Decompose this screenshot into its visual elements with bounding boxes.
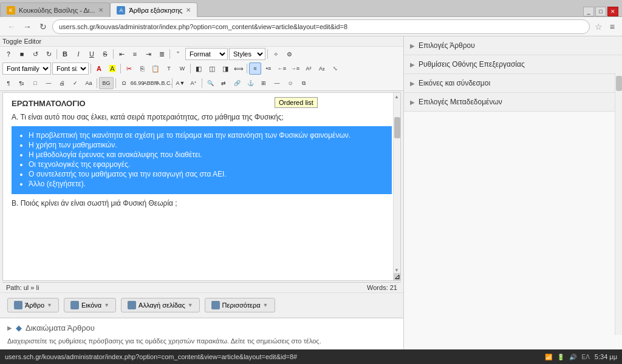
network-icon: 📶 <box>545 354 552 360</box>
section-3-title: Εικόνες και σύνδεσμοι <box>419 79 490 87</box>
font-size-select[interactable]: Font size <box>52 62 89 75</box>
hr-btn[interactable]: — <box>43 77 55 89</box>
image-btn[interactable]: Εικόνα ▼ <box>64 298 116 312</box>
anchor-btn[interactable]: ⚓ <box>244 77 256 89</box>
toggle-editor-bar[interactable]: Toggle Editor <box>0 36 403 47</box>
section-4-arrow-icon: ▶ <box>410 99 415 106</box>
highlight-color-btn[interactable]: A <box>106 62 118 75</box>
image-btn-label: Εικόνα <box>81 302 101 309</box>
bottom-buttons: Άρθρο ▼ Εικόνα ▼ Αλλαγή σελίδας ▼ Περισσ… <box>0 292 403 317</box>
bgcolor-btn[interactable]: BG <box>99 77 114 89</box>
insert-img-btn[interactable]: A⁺ <box>188 77 200 89</box>
more-btn[interactable]: Περισσότερα ▼ <box>205 298 275 312</box>
question-a: Α. Τι είναι αυτό που σας έλκει, κατά σει… <box>12 113 392 121</box>
paste-word-btn[interactable]: W <box>176 62 188 75</box>
rights-header[interactable]: ▶ ◆ Δικαιώματα Άρθρου <box>7 323 396 332</box>
restore-btn[interactable]: □ <box>595 7 606 16</box>
tab-2[interactable]: A Άρθρα εξάσκησης ✕ <box>110 2 197 17</box>
table-btn[interactable]: ⊞ <box>258 77 270 89</box>
paste-text-btn[interactable]: T <box>163 62 175 75</box>
spell-btn[interactable]: ✓ <box>69 77 81 89</box>
tab-1[interactable]: K Κουκούδης Βασίλης - Δι... ✕ <box>0 2 110 17</box>
source-btn[interactable]: ⚙ <box>283 48 295 60</box>
address-bar[interactable] <box>52 19 590 34</box>
bookmark-icon[interactable]: ☆ <box>592 22 605 32</box>
resize-btn[interactable]: ⤡ <box>329 62 341 75</box>
undo-btn[interactable]: ↺ <box>29 48 41 60</box>
align-left2-btn[interactable]: ◧ <box>193 62 205 75</box>
align-left-btn[interactable]: ⇤ <box>115 48 128 60</box>
align-center2-btn[interactable]: ◫ <box>206 62 218 75</box>
superscript-btn[interactable]: A² <box>302 62 315 75</box>
underline-btn[interactable]: U <box>86 48 98 60</box>
nonbreaking-btn[interactable]: ¶ <box>2 77 15 89</box>
insert-special-btn[interactable]: Ω <box>118 77 130 89</box>
page-break-btn[interactable]: Αλλαγή σελίδας ▼ <box>121 298 200 312</box>
link-btn[interactable]: 🔗 <box>231 77 243 89</box>
right-sidebar: ▶ Επιλογές Άρθρου ▶ Ρυθμίσεις Οθόνης Επε… <box>403 36 622 349</box>
editor-scrollbar[interactable]: ▼ ▲ ⊿ <box>393 93 400 280</box>
cleanup-btn[interactable]: ✧ <box>270 48 282 60</box>
layers-btn[interactable]: ⧉ <box>298 77 310 89</box>
refresh-btn[interactable]: ↻ <box>36 20 50 33</box>
print-btn[interactable]: 🖨 <box>56 77 68 89</box>
copy-btn[interactable]: ⎘ <box>136 62 148 75</box>
font-family-select[interactable]: Font family <box>2 62 51 75</box>
sidebar-section-header-2[interactable]: ▶ Ρυθμίσεις Οθόνης Επεξεργασίας <box>404 55 622 73</box>
tab-2-close[interactable]: ✕ <box>186 7 191 13</box>
acronym-btn[interactable]: A.B.C. <box>158 77 170 89</box>
align-justify-btn[interactable]: ≣ <box>156 48 168 60</box>
styles-select[interactable]: Styles <box>229 48 265 60</box>
font-color-btn[interactable]: A <box>93 62 105 75</box>
align-right2-btn[interactable]: ◨ <box>219 62 231 75</box>
outdent-btn[interactable]: ←≡ <box>276 62 288 75</box>
insert-a-btn[interactable]: A▼ <box>174 77 186 89</box>
resize-handle[interactable]: ⊿ <box>394 273 401 280</box>
page-break-icon <box>128 301 136 309</box>
paragraph-btn[interactable]: ¶₂ <box>16 77 28 89</box>
indent-btn[interactable]: →≡ <box>289 62 301 75</box>
paste-btn[interactable]: 📋 <box>149 62 162 75</box>
scroll-up-icon[interactable]: ▲ <box>394 94 399 99</box>
align-center-btn[interactable]: ≡ <box>129 48 141 60</box>
full-width-btn[interactable]: ⟺ <box>233 62 245 75</box>
case-btn[interactable]: Aa <box>83 77 95 89</box>
emotion-btn[interactable]: ☺ <box>284 77 296 89</box>
forward-btn[interactable]: → <box>21 20 34 33</box>
path-label: Path: ul » li <box>6 284 39 291</box>
image-icon <box>70 301 79 309</box>
strikethrough-btn[interactable]: S <box>99 48 111 60</box>
italic-btn[interactable]: I <box>72 48 84 60</box>
close-btn[interactable]: ✕ <box>607 7 618 16</box>
sidebar-section-header-3[interactable]: ▶ Εικόνες και σύνδεσμοι <box>404 74 622 92</box>
box-btn[interactable]: □ <box>29 77 41 89</box>
menu-icon[interactable]: ≡ <box>607 22 617 32</box>
insert-num-btn[interactable]: 66.99 <box>131 77 143 89</box>
hr2-btn[interactable]: — <box>271 77 283 89</box>
subscript-btn[interactable]: A₂ <box>316 62 328 75</box>
unordered-list-btn[interactable]: •≡ <box>262 62 275 75</box>
tab-1-close[interactable]: ✕ <box>98 7 103 13</box>
article-btn[interactable]: Άρθρο ▼ <box>7 298 59 312</box>
sidebar-section-header-1[interactable]: ▶ Επιλογές Άρθρου <box>404 36 622 55</box>
main-content: Toggle Editor ? ■ ↺ ↻ B I U S ⇤ ≡ ⇥ ≣ " <box>0 36 622 349</box>
cut-btn[interactable]: ✂ <box>123 62 135 75</box>
abbr-btn[interactable]: ABBR <box>145 77 157 89</box>
redo-btn[interactable]: ↻ <box>43 48 55 60</box>
help-btn[interactable]: ? <box>2 48 15 60</box>
sep-1 <box>56 49 57 59</box>
ordered-list-btn[interactable]: ≡ <box>249 62 261 75</box>
sidebar-section-header-4[interactable]: ▶ Επιλογές Μεταδεδομένων <box>404 93 622 111</box>
blockquote-btn[interactable]: " <box>172 48 184 60</box>
back-btn[interactable]: ← <box>5 20 18 33</box>
bold-btn[interactable]: B <box>59 48 71 60</box>
page-scrollbar[interactable] <box>615 73 622 335</box>
search-btn[interactable]: 🔍 <box>204 77 216 89</box>
align-right-btn[interactable]: ⇥ <box>142 48 154 60</box>
minimize-btn[interactable]: _ <box>583 7 594 16</box>
editor-body[interactable]: ΕΡΩΤΗΜΑΤΟΛΟΓΙΟ Α. Τι είναι αυτό που σας … <box>2 92 401 281</box>
toggle-btn[interactable]: ■ <box>16 48 28 60</box>
sidebar-section-article-options: ▶ Επιλογές Άρθρου <box>404 36 622 55</box>
replace-btn[interactable]: ⇄ <box>217 77 230 89</box>
format-select[interactable]: Format <box>185 48 228 60</box>
